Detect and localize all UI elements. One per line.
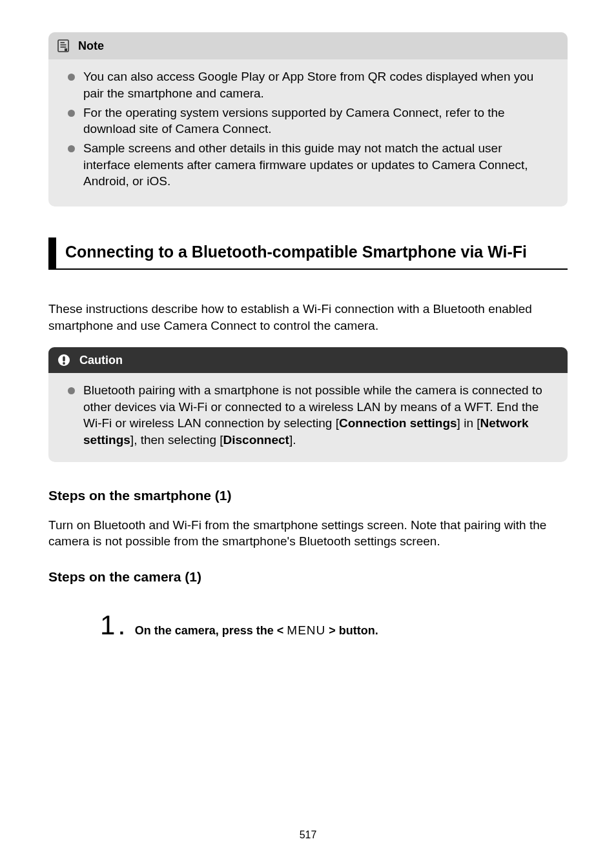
caution-header: Caution — [48, 347, 568, 373]
page-number: 517 — [0, 828, 616, 842]
note-title: Note — [78, 38, 104, 54]
caution-title: Caution — [79, 352, 123, 368]
section-heading: Connecting to a Bluetooth-compatible Sma… — [48, 237, 568, 270]
caution-bold: Disconnect — [223, 433, 289, 447]
caution-text: ], then selecting [ — [130, 433, 223, 447]
caution-callout: Caution Bluetooth pairing with a smartph… — [48, 347, 568, 463]
caution-text: ]. — [289, 433, 296, 447]
steps-camera-heading: Steps on the camera (1) — [48, 568, 568, 586]
note-item: You can also access Google Play or App S… — [67, 68, 549, 101]
step-pre: On the camera, press the < — [135, 624, 287, 637]
step-text: On the camera, press the < MENU > button… — [135, 622, 378, 641]
step-dot: . — [119, 618, 124, 638]
note-icon — [57, 39, 69, 52]
svg-rect-6 — [63, 356, 65, 361]
section-intro: These instructions describe how to estab… — [48, 301, 568, 334]
caution-item: Bluetooth pairing with a smartphone is n… — [67, 382, 549, 449]
step-post: > button. — [325, 624, 378, 637]
steps-phone-text: Turn on Bluetooth and Wi-Fi from the sma… — [48, 517, 568, 550]
caution-body: Bluetooth pairing with a smartphone is n… — [48, 373, 568, 449]
caution-text: ] in [ — [457, 416, 480, 430]
svg-rect-4 — [65, 48, 67, 51]
caution-bold: Connection settings — [339, 416, 457, 430]
svg-point-7 — [63, 362, 65, 365]
note-item: Sample screens and other details in this… — [67, 140, 549, 190]
steps-phone-heading: Steps on the smartphone (1) — [48, 487, 568, 505]
note-header: Note — [48, 32, 568, 59]
caution-icon — [57, 354, 70, 367]
note-callout: Note You can also access Google Play or … — [48, 32, 568, 207]
note-body: You can also access Google Play or App S… — [48, 59, 568, 189]
menu-glyph: MENU — [287, 623, 325, 637]
section: Connecting to a Bluetooth-compatible Sma… — [48, 237, 568, 270]
step-1: 1. On the camera, press the < MENU > but… — [100, 612, 568, 641]
note-item: For the operating system versions suppor… — [67, 105, 549, 137]
step-number: 1 — [100, 612, 115, 639]
